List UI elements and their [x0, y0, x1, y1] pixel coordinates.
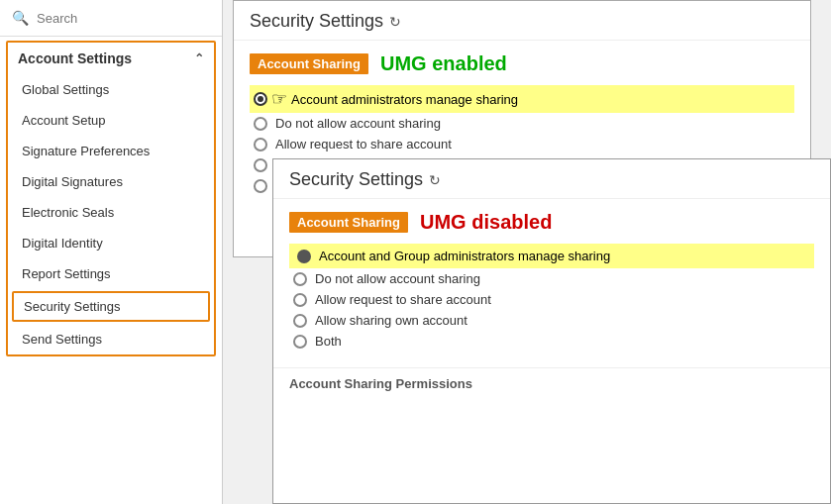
radio-option-bottom-0[interactable]: Account and Group administrators manage …: [289, 244, 814, 268]
radio-label-top-2: Allow request to share account: [275, 137, 452, 151]
sidebar-item-electronic-seals[interactable]: Electronic Seals: [8, 197, 214, 228]
account-sharing-label-top: Account Sharing: [250, 53, 368, 74]
account-sharing-label-bottom: Account Sharing: [289, 212, 408, 233]
sidebar-item-global-settings[interactable]: Global Settings: [8, 74, 214, 105]
radio-label-bottom-0: Account and Group administrators manage …: [319, 249, 610, 263]
radio-option-bottom-2[interactable]: Allow request to share account: [289, 289, 814, 310]
refresh-icon-top[interactable]: ↻: [389, 14, 401, 30]
search-input[interactable]: [37, 11, 210, 26]
sidebar: 🔍 Account Settings ⌃ Global Settings Acc…: [0, 0, 223, 504]
account-settings-label: Account Settings: [18, 50, 132, 66]
radio-circle-top-2: [254, 138, 267, 151]
nav-list: Global Settings Account Setup Signature …: [8, 74, 214, 354]
radio-option-top-0[interactable]: ☞ Account administrators manage sharing: [250, 85, 794, 113]
account-sharing-bottom: Account Sharing UMG disabled Account and…: [273, 199, 830, 363]
sidebar-item-signature-preferences[interactable]: Signature Preferences: [8, 136, 214, 166]
radio-circle-bottom-1: [293, 272, 307, 286]
sidebar-item-account-setup[interactable]: Account Setup: [8, 105, 214, 136]
radio-label-top-1: Do not allow account sharing: [275, 116, 441, 131]
panel-top-header: Security Settings ↻: [234, 1, 810, 41]
radio-label-top-0: Account administrators manage sharing: [291, 92, 518, 107]
radio-circle-bottom-4: [293, 335, 307, 349]
search-bar: 🔍: [0, 0, 222, 37]
umg-disabled-label: UMG disabled: [420, 211, 552, 234]
radio-label-bottom-4: Both: [315, 334, 342, 349]
radio-circle-bottom-0: [297, 250, 311, 263]
radio-label-bottom-2: Allow request to share account: [315, 292, 491, 307]
section-label-row-top: Account Sharing UMG enabled: [250, 52, 794, 75]
radio-circle-top-3: [254, 158, 267, 172]
radio-option-top-2[interactable]: Allow request to share account: [250, 134, 794, 154]
panel-umg-disabled: Security Settings ↻ Account Sharing UMG …: [272, 158, 831, 504]
radio-circle-bottom-2: [293, 293, 307, 307]
radio-option-bottom-4[interactable]: Both: [289, 331, 814, 352]
account-settings-section: Account Settings ⌃ Global Settings Accou…: [6, 41, 216, 356]
radio-circle-bottom-3: [293, 314, 307, 328]
panel-bottom-title: Security Settings: [289, 169, 423, 190]
cursor-hand-icon: ☞: [271, 88, 287, 110]
chevron-up-icon: ⌃: [194, 51, 204, 65]
radio-option-bottom-3[interactable]: Allow sharing own account: [289, 310, 814, 331]
sidebar-item-digital-signatures[interactable]: Digital Signatures: [8, 166, 214, 197]
account-sharing-permissions-label: Account Sharing Permissions: [273, 367, 830, 395]
umg-enabled-label: UMG enabled: [380, 52, 507, 75]
sidebar-item-security-settings[interactable]: Security Settings: [12, 291, 210, 322]
radio-label-bottom-3: Allow sharing own account: [315, 313, 467, 328]
section-label-row-bottom: Account Sharing UMG disabled: [289, 211, 814, 234]
refresh-icon-bottom[interactable]: ↻: [429, 172, 441, 188]
radio-circle-top-1: [254, 117, 267, 131]
radio-option-top-1[interactable]: Do not allow account sharing: [250, 113, 794, 134]
sidebar-item-digital-identity[interactable]: Digital Identity: [8, 228, 214, 258]
sidebar-item-report-settings[interactable]: Report Settings: [8, 258, 214, 289]
radio-circle-top-4: [254, 179, 267, 193]
account-settings-header[interactable]: Account Settings ⌃: [8, 43, 214, 74]
radio-circle-top-0: [254, 92, 267, 106]
radio-label-bottom-1: Do not allow account sharing: [315, 271, 480, 286]
panel-bottom-header: Security Settings ↻: [273, 159, 830, 199]
sidebar-scroll: Account Settings ⌃ Global Settings Accou…: [0, 37, 222, 504]
search-icon: 🔍: [12, 10, 29, 26]
sidebar-item-send-settings[interactable]: Send Settings: [8, 324, 214, 354]
main-content: Security Settings ↻ Account Sharing UMG …: [223, 0, 831, 504]
radio-option-bottom-1[interactable]: Do not allow account sharing: [289, 268, 814, 289]
panel-top-title: Security Settings: [250, 11, 383, 32]
